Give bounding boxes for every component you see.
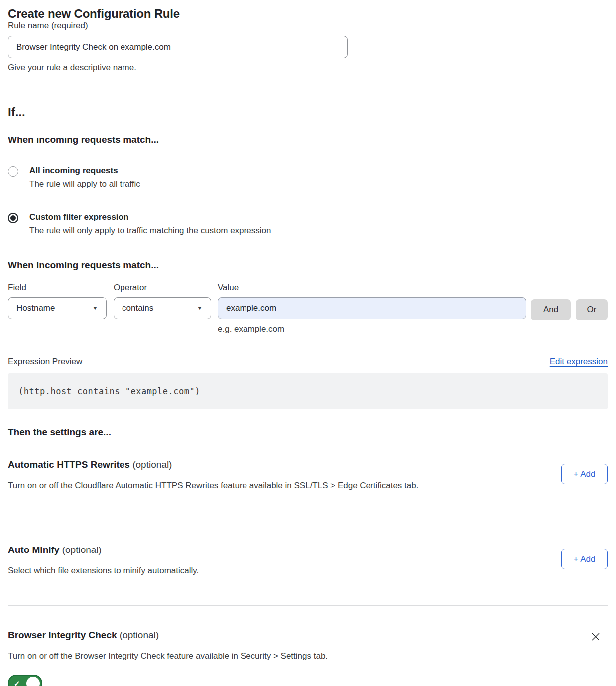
setting-title: Browser Integrity Check [8, 630, 117, 640]
checkmark-icon: ✓ [14, 680, 20, 686]
setting-row-auto-minify: Auto Minify (optional) Select which file… [8, 545, 608, 576]
and-or-buttons: And Or [531, 299, 608, 334]
field-select-value: Hostname [16, 303, 55, 313]
browser-integrity-check-toggle[interactable]: ✓ [8, 675, 42, 686]
radio-option-all-requests[interactable]: All incoming requests The rule will appl… [8, 166, 608, 189]
setting-description: Select which file extensions to minify a… [8, 566, 199, 576]
expression-preview-header: Expression Preview Edit expression [8, 357, 608, 367]
chevron-down-icon: ▼ [197, 305, 203, 311]
add-auto-minify-button[interactable]: + Add [561, 549, 608, 569]
radio-button-checked[interactable] [8, 213, 18, 223]
rule-name-input[interactable] [8, 36, 348, 58]
setting-optional-tag: (optional) [130, 459, 172, 470]
value-help-text: e.g. example.com [218, 324, 526, 334]
setting-title: Automatic HTTPS Rewrites [8, 459, 130, 470]
expression-code: (http.host contains "example.com") [18, 386, 200, 396]
value-column: Value e.g. example.com [218, 283, 526, 334]
setting-texts: Auto Minify (optional) Select which file… [8, 545, 199, 576]
radio-label-custom-expression[interactable]: Custom filter expression [29, 212, 271, 222]
rule-name-help-text: Give your rule a descriptive name. [8, 63, 608, 73]
radio-description: The rule will apply to all traffic [29, 179, 140, 189]
remove-setting-button[interactable] [590, 631, 602, 643]
setting-row-browser-integrity-check: Browser Integrity Check (optional) Turn … [8, 630, 608, 686]
radio-texts: All incoming requests The rule will appl… [29, 166, 140, 189]
then-settings-heading: Then the settings are... [8, 427, 608, 438]
setting-title-line: Browser Integrity Check (optional) [8, 630, 328, 641]
chevron-down-icon: ▼ [92, 305, 98, 311]
toggle-knob[interactable] [26, 677, 40, 686]
or-button[interactable]: Or [576, 299, 608, 320]
setting-title: Auto Minify [8, 545, 59, 555]
setting-description: Turn on or off the Cloudflare Automatic … [8, 481, 418, 491]
and-button[interactable]: And [531, 299, 571, 320]
match-type-heading: When incoming requests match... [8, 135, 608, 145]
expression-builder-heading: When incoming requests match... [8, 260, 608, 271]
expression-preview-code-block: (http.host contains "example.com") [8, 373, 608, 409]
field-select[interactable]: Hostname ▼ [8, 297, 107, 319]
value-label: Value [218, 283, 526, 293]
if-heading: If... [8, 105, 608, 119]
radio-option-custom-expression[interactable]: Custom filter expression The rule will o… [8, 212, 608, 236]
radio-description: The rule will only apply to traffic matc… [29, 226, 271, 236]
setting-title-line: Auto Minify (optional) [8, 545, 199, 555]
setting-description: Turn on or off the Browser Integrity Che… [8, 651, 328, 661]
setting-optional-tag: (optional) [59, 545, 102, 555]
setting-divider [8, 605, 608, 606]
expression-builder-row: Field Hostname ▼ Operator contains ▼ Val… [8, 283, 608, 334]
create-configuration-rule-page: Create new Configuration Rule Rule name … [0, 0, 616, 686]
add-automatic-https-rewrites-button[interactable]: + Add [561, 464, 608, 484]
setting-texts: Browser Integrity Check (optional) Turn … [8, 630, 328, 686]
section-divider [8, 92, 608, 92]
expression-preview-label: Expression Preview [8, 357, 82, 367]
rule-name-label: Rule name (required) [8, 21, 88, 30]
radio-button-unchecked[interactable] [8, 166, 18, 177]
setting-title-line: Automatic HTTPS Rewrites (optional) [8, 459, 418, 470]
value-input[interactable] [218, 297, 526, 319]
field-column: Field Hostname ▼ [8, 283, 107, 334]
setting-row-automatic-https-rewrites: Automatic HTTPS Rewrites (optional) Turn… [8, 459, 608, 491]
setting-optional-tag: (optional) [117, 630, 159, 640]
radio-label-all-requests[interactable]: All incoming requests [29, 166, 140, 176]
operator-select[interactable]: contains ▼ [114, 297, 211, 319]
operator-label: Operator [114, 283, 211, 293]
page-title: Create new Configuration Rule [8, 7, 608, 21]
match-type-radio-group: All incoming requests The rule will appl… [8, 166, 608, 236]
edit-expression-link[interactable]: Edit expression [550, 357, 608, 367]
field-label: Field [8, 283, 107, 293]
setting-texts: Automatic HTTPS Rewrites (optional) Turn… [8, 459, 418, 491]
operator-select-value: contains [122, 303, 153, 313]
operator-column: Operator contains ▼ [114, 283, 211, 334]
radio-texts: Custom filter expression The rule will o… [29, 212, 271, 236]
setting-divider [8, 519, 608, 519]
close-icon [590, 631, 602, 643]
